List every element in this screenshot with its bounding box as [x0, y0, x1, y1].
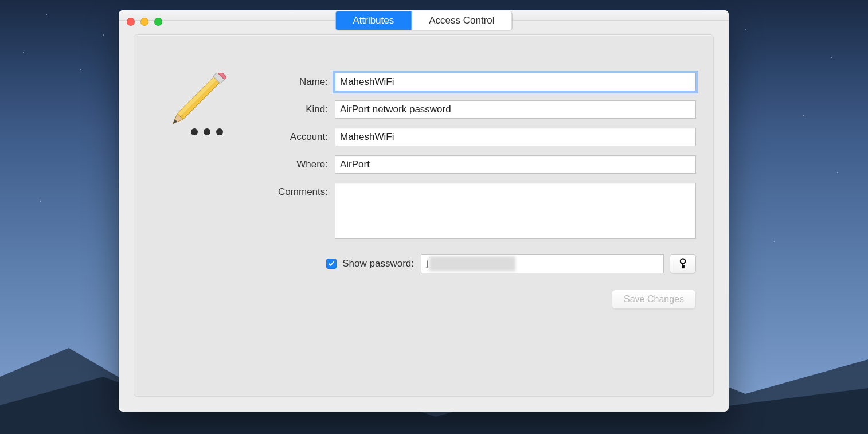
save-changes-button[interactable]: Save Changes [612, 290, 696, 309]
kind-field[interactable] [335, 100, 696, 119]
password-field[interactable]: j [421, 254, 664, 273]
svg-rect-1 [177, 76, 218, 116]
password-key-button[interactable] [670, 254, 696, 273]
tab-access-control[interactable]: Access Control [411, 11, 511, 30]
where-field[interactable] [335, 155, 696, 174]
label-kind: Kind: [237, 100, 335, 115]
name-field[interactable] [335, 73, 696, 91]
label-where: Where: [237, 155, 335, 170]
keychain-item-window: MaheshWiFi Attributes Access Control [119, 10, 729, 412]
account-field[interactable] [335, 128, 696, 146]
label-show-password[interactable]: Show password: [342, 258, 414, 269]
tab-attributes[interactable]: Attributes [335, 11, 411, 30]
checkmark-icon [328, 260, 335, 267]
show-password-checkbox[interactable] [326, 259, 337, 269]
tab-segmented-control: Attributes Access Control [335, 11, 512, 30]
label-comments: Comments: [237, 183, 335, 198]
label-name: Name: [237, 73, 335, 88]
svg-rect-12 [682, 267, 685, 268]
password-visible-prefix: j [426, 258, 428, 269]
svg-rect-11 [682, 265, 685, 267]
svg-point-9 [681, 259, 685, 263]
key-icon [678, 258, 688, 269]
content-panel: Name: Kind: Account: Where: [134, 34, 714, 397]
label-account: Account: [237, 128, 335, 143]
password-item-icon [160, 73, 229, 142]
svg-point-8 [216, 128, 223, 135]
password-redacted-region [429, 256, 515, 271]
desktop-background: MaheshWiFi Attributes Access Control [0, 0, 868, 434]
comments-field[interactable] [335, 183, 696, 239]
svg-point-6 [191, 128, 198, 135]
svg-point-7 [204, 128, 210, 135]
